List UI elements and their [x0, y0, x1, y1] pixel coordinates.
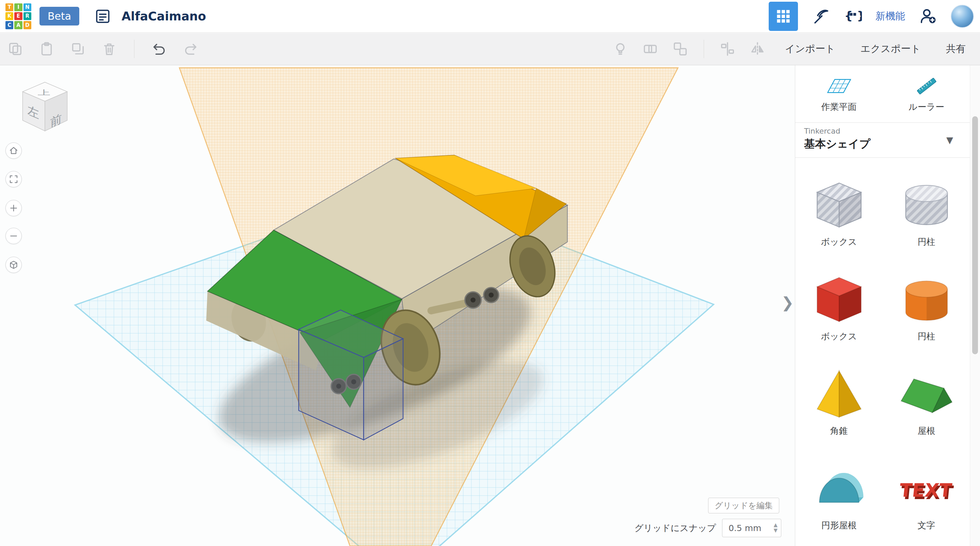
logo-tile: D: [24, 21, 31, 29]
shape-item-text[interactable]: TEXT TEXT 文字: [883, 451, 970, 546]
mirror-icon: [749, 41, 765, 57]
share-button[interactable]: 共有: [940, 39, 971, 59]
shape-panel: 作業平面 ルーラー Tinkercad 基本シェイプ ▼: [795, 65, 980, 546]
panel-collapse-arrow[interactable]: ❯: [781, 294, 794, 311]
user-avatar[interactable]: [951, 5, 974, 28]
logo-tile: C: [5, 21, 13, 29]
round-roof-icon: [810, 460, 868, 517]
3d-viewport[interactable]: 上 左 前 グリッドを編集 グリッドにスナップ 0.5 mm ▲▼: [0, 65, 795, 546]
align-icon: [720, 41, 735, 57]
person-plus-icon: [919, 7, 937, 25]
ungroup-button[interactable]: [672, 41, 688, 57]
logo-tile: R: [24, 12, 31, 20]
ungroup-icon: [672, 41, 688, 57]
shape-item-box[interactable]: ボックス: [795, 262, 883, 357]
shape-library-dropdown[interactable]: Tinkercad 基本シェイプ ▼: [795, 122, 970, 158]
logo-tile: K: [5, 12, 13, 20]
pickaxe-icon: [811, 7, 830, 25]
copy-icon: [8, 41, 23, 57]
shape-item-hole-box[interactable]: ボックス: [795, 168, 883, 262]
text-shape-icon: TEXT TEXT: [898, 460, 956, 517]
zoom-out-button[interactable]: [5, 228, 22, 244]
shape-label: 円柱: [918, 236, 935, 248]
mirror-button[interactable]: [749, 41, 765, 57]
hole-cylinder-icon: [898, 176, 956, 234]
shape-label: 円形屋根: [821, 519, 857, 532]
group-button[interactable]: [643, 41, 658, 57]
minus-icon: [8, 231, 19, 241]
align-button[interactable]: [720, 41, 735, 57]
edit-toolbar: インポート エクスポート 共有: [0, 33, 980, 65]
fit-view-icon: [8, 174, 19, 184]
shape-item-pyramid[interactable]: 角錐: [795, 357, 883, 451]
shape-item-roof[interactable]: 屋根: [883, 357, 970, 451]
workplane-label: 作業平面: [821, 101, 857, 113]
chevron-down-icon: ▼: [946, 135, 953, 145]
grid-apps-icon: [775, 8, 791, 24]
list-icon: [94, 8, 111, 25]
trash-icon: [102, 41, 117, 57]
toolbar-separator: [134, 40, 134, 58]
shape-label: ボックス: [821, 236, 857, 248]
3d-canvas[interactable]: [0, 65, 795, 546]
shape-item-cylinder[interactable]: 円柱: [883, 262, 970, 357]
redo-icon: [183, 41, 198, 57]
dashboard-grid-button[interactable]: [769, 2, 798, 31]
svg-text:TEXT: TEXT: [898, 479, 953, 501]
import-button[interactable]: インポート: [780, 39, 841, 59]
beta-badge[interactable]: Beta: [40, 7, 79, 25]
view-cube[interactable]: 上 左 前: [18, 79, 72, 135]
shape-item-round-roof[interactable]: 円形屋根: [795, 451, 883, 546]
logo-tile: A: [14, 21, 22, 29]
tinkercad-logo[interactable]: T I N K E R C A D: [5, 3, 31, 29]
redo-button[interactable]: [183, 41, 198, 57]
shape-item-hole-cylinder[interactable]: 円柱: [883, 168, 970, 262]
delete-button[interactable]: [102, 41, 117, 57]
duplicate-button[interactable]: [70, 41, 86, 57]
show-hidden-button[interactable]: [612, 41, 628, 57]
shape-label: 屋根: [918, 425, 935, 437]
zoom-in-button[interactable]: [5, 200, 22, 216]
snap-grid-select[interactable]: 0.5 mm ▲▼: [722, 519, 781, 537]
home-view-button[interactable]: [5, 143, 22, 159]
design-title[interactable]: AlfaCaimano: [121, 10, 206, 23]
logo-tile: N: [24, 3, 31, 11]
workplane-icon: [824, 75, 854, 97]
svg-text:}: }: [857, 8, 862, 22]
tinker-pickaxe-button[interactable]: [811, 7, 830, 25]
scrollbar-thumb[interactable]: [972, 116, 978, 354]
export-button[interactable]: エクスポート: [855, 39, 926, 59]
ruler-tool[interactable]: ルーラー: [883, 65, 970, 122]
hole-box-icon: [810, 176, 868, 234]
fit-view-button[interactable]: [5, 171, 22, 187]
shape-label: 円柱: [918, 330, 935, 342]
logo-tile: E: [14, 12, 22, 20]
perspective-cube-icon: [8, 260, 19, 270]
invite-people-button[interactable]: [919, 7, 937, 25]
workplane-tool[interactable]: 作業平面: [795, 65, 883, 122]
plus-icon: [8, 203, 19, 213]
codeblocks-button[interactable]: { }: [843, 7, 862, 25]
edit-grid-button[interactable]: グリッドを編集: [708, 498, 779, 513]
logo-tile: T: [5, 3, 13, 11]
ruler-label: ルーラー: [908, 101, 944, 113]
paste-icon: [39, 41, 54, 57]
paste-button[interactable]: [39, 41, 54, 57]
copy-button[interactable]: [8, 41, 23, 57]
shape-gallery: ボックス 円柱 ボックス 円柱: [795, 158, 970, 546]
undo-button[interactable]: [151, 41, 167, 57]
toolbar-separator: [704, 40, 704, 58]
undo-icon: [151, 41, 167, 57]
spinner-caret-icon[interactable]: ▲▼: [773, 522, 778, 533]
view-cube-top-label: 上: [37, 89, 50, 97]
panel-scrollbar[interactable]: [970, 65, 980, 546]
shape-label: 文字: [918, 519, 935, 532]
new-features-link[interactable]: 新機能: [875, 10, 905, 23]
logo-tile: I: [14, 3, 22, 11]
red-box-icon: [810, 271, 868, 329]
pyramid-icon: [810, 365, 868, 423]
perspective-toggle-button[interactable]: [5, 257, 22, 273]
snap-grid-label: グリッドにスナップ: [635, 522, 716, 534]
design-menu-button[interactable]: [94, 8, 111, 25]
shape-label: 角錐: [830, 425, 848, 437]
